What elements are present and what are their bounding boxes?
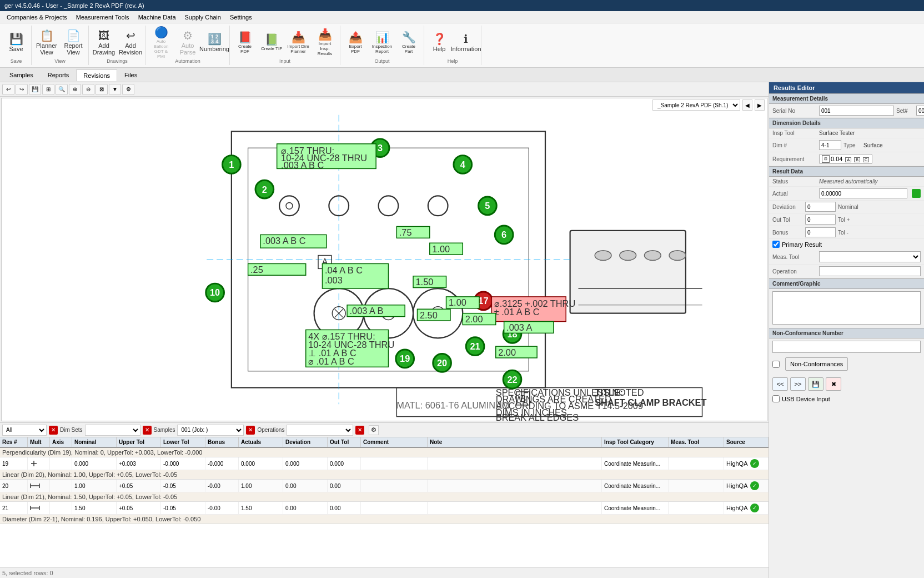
menu-supply[interactable]: Supply Chain: [180, 13, 225, 22]
help-button[interactable]: ❓ Help: [426, 27, 452, 57]
actual-input[interactable]: [819, 188, 907, 198]
menu-machine[interactable]: Machine Data: [134, 13, 180, 22]
create-part-button[interactable]: 🔧 Create Part: [396, 27, 421, 57]
serial-no-input[interactable]: [819, 106, 894, 116]
operations-select[interactable]: [287, 425, 353, 436]
add-drawing-button[interactable]: 🖼 Add Drawing: [91, 27, 117, 57]
samples-clear[interactable]: ✕: [246, 426, 255, 435]
table-row[interactable]: 21 1.50 +0.05 -0.05 -0.00 1.50 0.00 0.00…: [0, 502, 769, 515]
numbering-button[interactable]: 🔢 Numbering: [202, 27, 227, 57]
nc-input[interactable]: [772, 341, 921, 353]
cell-dev-21: 0.00: [283, 502, 328, 514]
menu-settings[interactable]: Settings: [225, 13, 257, 22]
create-pdf-icon: 📕: [238, 31, 252, 44]
deviation-label: Deviation: [772, 204, 803, 210]
planner-view-button[interactable]: 📋 Planner View: [34, 27, 59, 57]
tb2-fit[interactable]: ⊠: [96, 84, 108, 95]
tb2-settings2[interactable]: ⚙: [122, 84, 134, 95]
save-button[interactable]: 💾 Save: [3, 27, 29, 57]
nc-conformances-button[interactable]: Non-Conformances: [785, 357, 848, 371]
cell-meastool-20: [669, 480, 724, 492]
menu-measurement[interactable]: Measurement Tools: [72, 13, 134, 22]
requirement-bar: ⊡ 0.04 A B C: [819, 154, 872, 164]
group-row-3: Linear (Dim 21), Nominal: 1.50, UpperTol…: [0, 492, 769, 502]
cell-utol-20: +0.05: [117, 480, 161, 492]
samples-select[interactable]: 001 (Job: ): [177, 425, 244, 436]
cell-utol-19: +0.003: [117, 457, 161, 470]
filter-all-select[interactable]: All: [2, 425, 47, 436]
bonus-input[interactable]: [805, 227, 836, 237]
group-row-4: Diameter (Dim 22-1), Nominal: 0.196, Upp…: [0, 515, 769, 524]
tb2-redo[interactable]: ↪: [16, 84, 28, 95]
comment-textarea[interactable]: [772, 291, 921, 325]
auto-parse-button[interactable]: ⚙ Auto Parse: [175, 27, 200, 57]
deviation-row: Deviation Nominal: [769, 201, 924, 213]
operation-input[interactable]: [819, 266, 921, 276]
dim-sets-clear[interactable]: ✕: [143, 426, 152, 435]
nc-checkbox[interactable]: [772, 361, 780, 368]
tb2-save2[interactable]: 💾: [29, 84, 41, 95]
export-pdf-button[interactable]: 📤 Export PDF: [343, 27, 368, 57]
tab-samples[interactable]: Samples: [2, 69, 41, 81]
tb2-zoomin[interactable]: ⊕: [69, 84, 81, 95]
cancel-results-button[interactable]: ✖: [826, 377, 841, 391]
tab-revisions[interactable]: Revisions: [76, 69, 117, 81]
svg-text:1.00: 1.00: [449, 297, 466, 307]
create-tif-button[interactable]: 📗 Create TIF: [259, 27, 284, 57]
next-button[interactable]: >>: [790, 377, 806, 391]
import-insp-button[interactable]: 📥 Import Insp. Results: [312, 27, 338, 57]
filter-all-clear[interactable]: ✕: [49, 426, 58, 435]
information-button[interactable]: ℹ Information: [453, 27, 479, 57]
svg-text:TITLE:: TITLE:: [595, 387, 623, 397]
tab-reports[interactable]: Reports: [41, 69, 77, 81]
operations-clear[interactable]: ✕: [355, 426, 364, 435]
out-tol-input[interactable]: [805, 215, 836, 225]
meas-tool-label: Meas. Tool: [772, 254, 817, 260]
tb2-filter[interactable]: ▼: [109, 84, 121, 95]
actual-label: Actual: [772, 191, 817, 197]
tb2-grid[interactable]: ⊞: [42, 84, 54, 95]
prev-button[interactable]: <<: [772, 377, 788, 391]
operation-row: Operation: [769, 265, 924, 278]
col-deviation: Deviation: [283, 437, 328, 447]
toolbar: 💾 Save Save 📋 Planner View 📄 Report View…: [0, 23, 924, 68]
svg-text:10: 10: [210, 287, 220, 297]
save-results-button[interactable]: 💾: [808, 377, 823, 391]
add-revision-button[interactable]: ↩ Add Revision: [118, 27, 143, 57]
filter-bar: All ✕ Dim Sets ✕ Samples 001 (Job: ) ✕ O…: [0, 423, 769, 437]
tab-files[interactable]: Files: [117, 69, 144, 81]
table-row[interactable]: 20 1.00 +0.05 -0.05 -0.00 1.00 0.00 0.00…: [0, 480, 769, 492]
cell-inspcat-19: Coordinate Measurin...: [602, 457, 669, 470]
primary-result-row: Primary Result: [769, 239, 924, 250]
drawing-nav-right[interactable]: ▶: [755, 99, 765, 111]
filter-settings[interactable]: ⚙: [369, 425, 379, 435]
drawing-selector[interactable]: _Sample 2 RevA PDF (Sh.1): [652, 99, 740, 111]
meas-tool-select[interactable]: [819, 251, 921, 262]
set-input[interactable]: [916, 106, 924, 116]
dim-input[interactable]: [819, 140, 841, 150]
tb2-zoomout[interactable]: ⊖: [82, 84, 94, 95]
status-ok-20: ✓: [750, 481, 759, 490]
auto-balloon-button[interactable]: 🔵 Auto Balloon GDT & PMI: [148, 27, 174, 57]
create-pdf-button[interactable]: 📕 Create PDF: [232, 27, 258, 57]
deviation-input[interactable]: [805, 202, 836, 212]
dim-sets-select[interactable]: [85, 425, 140, 436]
drawing-nav-left[interactable]: ◀: [742, 99, 752, 111]
inspection-report-button[interactable]: 📊 Inspection Report: [369, 27, 395, 57]
comment-section: Comment/Graphic: [769, 278, 924, 289]
toolbar-group-help-label: Help: [448, 58, 458, 65]
usb-checkbox[interactable]: [772, 395, 780, 402]
report-view-button[interactable]: 📄 Report View: [61, 27, 86, 57]
primary-result-checkbox[interactable]: [772, 241, 780, 248]
table-row[interactable]: 19 0.000 +0.003 -0.000 -0.000 0.000 0.00…: [0, 457, 769, 470]
tb2-zoom[interactable]: 🔍: [56, 84, 68, 95]
create-part-icon: 🔧: [402, 31, 416, 44]
cell-outol-20: 0.00: [328, 480, 361, 492]
import-dim-button[interactable]: 📥 Import Dim Planner: [285, 27, 311, 57]
grid-container[interactable]: Res # Mult Axis Nominal Upper Tol Lower …: [0, 437, 769, 567]
tb2-undo[interactable]: ↩: [2, 84, 14, 95]
result-indicator: [912, 189, 921, 198]
col-out-tol: Out Tol: [328, 437, 361, 447]
group-label-2: Linear (Dim 20), Nominal: 1.00, UpperTol…: [2, 471, 766, 478]
menu-companies[interactable]: Companies & Projects: [2, 13, 72, 22]
